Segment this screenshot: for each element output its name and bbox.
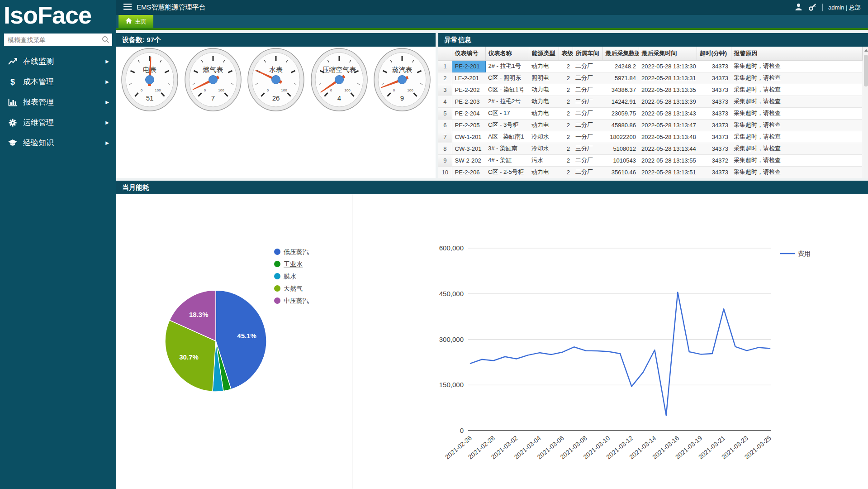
table-cell[interactable]: 2022-05-28 13:13:39 (639, 96, 697, 107)
sidebar-item-cost-management[interactable]: $ 成本管理 ▶ (0, 72, 116, 92)
table-cell[interactable]: 冷却水 (529, 143, 559, 154)
table-cell[interactable]: 1010543 (602, 154, 639, 166)
table-cell[interactable]: 采集超时，请检查 (731, 119, 862, 131)
table-cell[interactable]: 二分厂 (573, 119, 602, 131)
table-cell[interactable]: 2022-05-28 13:13:35 (639, 84, 697, 96)
table-row[interactable]: 10PE-2-206C区 - 2-5号柜动力电2二分厂35610.462022-… (438, 166, 862, 178)
column-header[interactable]: 能源类型 (529, 47, 559, 60)
table-cell[interactable]: 采集超时，请检查 (731, 131, 862, 143)
table-cell[interactable]: 2# - 拉毛2号 (485, 96, 529, 107)
table-cell[interactable]: 二分厂 (573, 72, 602, 84)
table-cell[interactable]: 采集超时，请检查 (731, 72, 862, 84)
legend-label[interactable]: 低压蒸汽 (283, 248, 309, 255)
table-cell[interactable]: 2022-05-28 13:13:51 (639, 166, 697, 178)
table-cell[interactable]: 18022200 (602, 131, 639, 143)
table-cell[interactable]: PE-2-206 (452, 166, 485, 178)
table-row[interactable]: 9SW-2-2024# - 染缸污水2二分厂10105432022-05-28 … (438, 154, 862, 166)
table-row[interactable]: 3PE-2-202C区 - 染缸1号动力电2二分厂34386.372022-05… (438, 84, 862, 96)
sidebar-item-online-monitoring[interactable]: 在线监测 ▶ (0, 51, 116, 72)
table-cell[interactable]: 动力电 (529, 84, 559, 96)
table-row[interactable]: 6PE-2-205C区 - 3号柜动力电2二分厂45980.862022-05-… (438, 119, 862, 131)
table-cell[interactable]: 6 (438, 119, 452, 131)
selected-cell[interactable]: PE-2-201 (452, 60, 485, 72)
table-cell[interactable]: 34373 (697, 143, 731, 154)
legend-label[interactable]: 天然气 (284, 285, 303, 292)
table-cell[interactable]: 2 (559, 143, 573, 154)
column-header[interactable] (438, 47, 452, 60)
column-header[interactable]: 超时(分钟) (697, 47, 731, 60)
table-cell[interactable]: C区 - 3号柜 (485, 119, 529, 131)
table-cell[interactable]: 5108012 (602, 143, 639, 154)
key-icon[interactable] (808, 3, 817, 13)
table-cell[interactable]: 动力电 (529, 60, 559, 72)
table-cell[interactable]: 2 (559, 96, 573, 107)
legend-dot[interactable] (274, 297, 280, 304)
table-cell[interactable]: 34386.37 (602, 84, 639, 96)
legend-dot[interactable] (274, 285, 280, 292)
table-cell[interactable]: 4# - 染缸 (485, 154, 529, 166)
table-cell[interactable]: 动力电 (529, 119, 559, 131)
table-cell[interactable]: 24248.2 (602, 60, 639, 72)
table-cell[interactable]: 采集超时，请检查 (731, 166, 862, 178)
table-cell[interactable]: 采集超时，请检查 (731, 154, 862, 166)
table-cell[interactable]: 采集超时，请检查 (731, 60, 862, 72)
table-cell[interactable]: PE-2-204 (452, 107, 485, 119)
table-cell[interactable]: 34373 (697, 166, 731, 178)
table-cell[interactable]: 2 (559, 154, 573, 166)
table-cell[interactable]: 采集超时，请检查 (731, 107, 862, 119)
table-cell[interactable]: 动力电 (529, 96, 559, 107)
table-cell[interactable]: 34373 (697, 96, 731, 107)
table-cell[interactable]: 34373 (697, 60, 731, 72)
table-row[interactable]: 5PE-2-204C区 - 17动力电2二分厂23059.752022-05-2… (438, 107, 862, 119)
table-cell[interactable]: C区 - 染缸1号 (485, 84, 529, 96)
table-cell[interactable]: 14242.91 (602, 96, 639, 107)
table-cell[interactable]: CW-3-201 (452, 143, 485, 154)
scrollbar-up-arrow-icon[interactable] (863, 47, 868, 54)
table-cell[interactable]: 二分厂 (573, 84, 602, 96)
table-cell[interactable]: 2 (559, 60, 573, 72)
table-cell[interactable]: 2 (559, 166, 573, 178)
table-cell[interactable]: 2022-05-28 13:13:31 (639, 72, 697, 84)
column-header[interactable]: 报警原因 (731, 47, 862, 60)
table-cell[interactable]: 2022-05-28 13:13:30 (639, 60, 697, 72)
table-cell[interactable]: 三分厂 (573, 143, 602, 154)
sidebar-item-report-management[interactable]: 报表管理 ▶ (0, 92, 116, 112)
table-cell[interactable]: 2022-05-28 13:13:44 (639, 143, 697, 154)
legend-label[interactable]: 费用 (798, 250, 811, 257)
table-cell[interactable]: 34372 (697, 154, 731, 166)
column-header[interactable]: 仪表编号 (452, 47, 485, 60)
table-row[interactable]: 1PE-2-2012# - 拉毛1号动力电2二分厂24248.22022-05-… (438, 60, 862, 72)
table-row[interactable]: 8CW-3-2013# - 染缸南冷却水2三分厂51080122022-05-2… (438, 143, 862, 154)
table-cell[interactable]: 34373 (697, 119, 731, 131)
table-cell[interactable]: 二分厂 (573, 154, 602, 166)
table-cell[interactable]: 34373 (697, 72, 731, 84)
table-cell[interactable]: PE-2-202 (452, 84, 485, 96)
table-cell[interactable]: 采集超时，请检查 (731, 96, 862, 107)
table-cell[interactable]: 1 (438, 60, 452, 72)
table-cell[interactable]: 2022-05-28 13:13:43 (639, 107, 697, 119)
sidebar-item-knowledge[interactable]: 经验知识 ▶ (0, 133, 116, 153)
table-cell[interactable]: 34373 (697, 107, 731, 119)
table-cell[interactable]: 4 (438, 96, 452, 107)
table-cell[interactable]: 2 (559, 72, 573, 84)
legend-dot[interactable] (274, 261, 280, 267)
table-cell[interactable]: 采集超时，请检查 (731, 143, 862, 154)
table-cell[interactable]: 照明电 (529, 72, 559, 84)
table-cell[interactable]: 2022-05-28 13:13:55 (639, 154, 697, 166)
column-header[interactable]: 最后采集数据 (602, 47, 639, 60)
search-input[interactable] (4, 34, 112, 46)
table-cell[interactable]: 采集超时，请检查 (731, 84, 862, 96)
legend-label[interactable]: 中压蒸汽 (284, 297, 309, 304)
table-cell[interactable]: 3# - 染缸南 (485, 143, 529, 154)
table-row[interactable]: 7CW-1-201A区 - 染缸南1冷却水2一分厂180222002022-05… (438, 131, 862, 143)
table-cell[interactable]: 2 (559, 107, 573, 119)
table-cell[interactable]: CW-1-201 (452, 131, 485, 143)
table-cell[interactable]: PE-2-203 (452, 96, 485, 107)
table-row[interactable]: 4PE-2-2032# - 拉毛2号动力电2二分厂14242.912022-05… (438, 96, 862, 107)
table-cell[interactable]: 2 (559, 119, 573, 131)
table-cell[interactable]: C区 - 照明东 (485, 72, 529, 84)
table-cell[interactable]: 二分厂 (573, 107, 602, 119)
table-scrollbar[interactable] (863, 47, 868, 178)
column-header[interactable]: 仪表名称 (485, 47, 529, 60)
table-cell[interactable]: 3 (438, 84, 452, 96)
